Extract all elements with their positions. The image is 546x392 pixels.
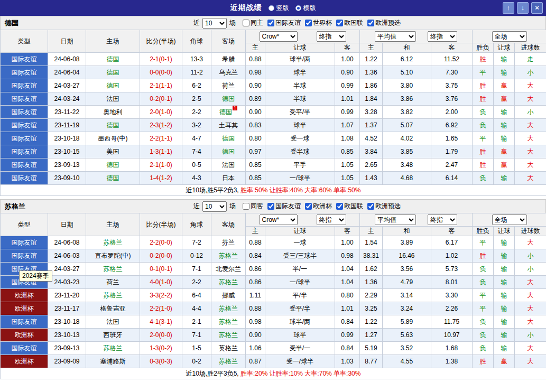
result-handicap: 输 xyxy=(494,172,515,185)
result-outcome: 胜 xyxy=(473,249,494,263)
match-count-select[interactable]: 10 xyxy=(202,18,227,29)
checkbox-input[interactable] xyxy=(367,20,374,26)
checkbox-label: 欧洲预选 xyxy=(375,18,401,27)
result-handicap: 赢 xyxy=(494,145,515,158)
home-team: 法国 xyxy=(86,315,140,329)
eu-odds-type-select[interactable]: 终指 xyxy=(428,31,457,42)
ah-away-odds: 1.08 xyxy=(335,132,360,145)
ah-away-odds: 0.99 xyxy=(335,79,360,92)
result-handicap: 输 xyxy=(494,106,515,119)
checkbox-label: 世界杯 xyxy=(313,18,332,27)
radio-horizontal-layout[interactable]: 横版 xyxy=(295,4,316,13)
match-type-cell: 欧洲杯 xyxy=(1,302,48,315)
checkbox-input[interactable] xyxy=(243,203,249,210)
checkbox-input[interactable] xyxy=(336,203,343,210)
section-team-name: 苏格兰 xyxy=(5,202,25,211)
eu-home-odds: 8.77 xyxy=(360,355,383,368)
ah-home-odds: 0.86 xyxy=(246,276,265,289)
match-type-cell: 国际友谊 xyxy=(1,79,48,92)
checkbox-input[interactable] xyxy=(305,20,312,26)
match-type-cell: 国际友谊 xyxy=(1,236,48,249)
filter-checkbox[interactable]: 同客 xyxy=(243,202,263,211)
ah-line: 一球 xyxy=(265,236,335,249)
corner-score: 4-3 xyxy=(182,172,211,185)
scroll-up-button[interactable]: ↑ xyxy=(503,2,514,14)
eu-home-odds: 5.19 xyxy=(360,342,383,355)
close-button[interactable]: × xyxy=(531,2,543,14)
away-team: 北爱尔兰 xyxy=(211,263,246,276)
period-select[interactable]: 全场 xyxy=(492,214,527,225)
match-date: 24-06-08 xyxy=(48,53,86,66)
radio-vertical-label: 竖版 xyxy=(276,4,289,13)
result-outcome: 胜 xyxy=(473,79,494,92)
checkbox-input[interactable] xyxy=(267,20,274,26)
filter-checkbox[interactable]: 同主 xyxy=(243,18,263,27)
result-outcome: 负 xyxy=(473,276,494,289)
matches-table: 类型 日期 主场 比分(半场) 角球 客场 Crow* 终指 平均值 终指 xyxy=(0,213,546,379)
match-type-cell: 欧洲杯 xyxy=(1,289,48,302)
ah-line: 半球 xyxy=(265,79,335,92)
result-handicap: 输 xyxy=(494,342,515,355)
eu-away-odds: 11.75 xyxy=(431,315,473,329)
filter-controls: 近 10 场 同主国际友谊世界杯欧国联欧洲预选 xyxy=(193,18,401,29)
filter-checkbox[interactable]: 欧国联 xyxy=(336,18,363,27)
eu-odds-source-select[interactable]: 平均值 xyxy=(375,31,416,42)
eu-draw-odds: 3.86 xyxy=(383,92,431,106)
result-handicap: 输 xyxy=(494,302,515,315)
away-team: 苏格兰 xyxy=(211,355,246,368)
ah-home-odds: 0.90 xyxy=(246,106,265,119)
ah-line: 球半/两 xyxy=(265,53,335,66)
filter-checkbox-group: 同主国际友谊世界杯欧国联欧洲预选 xyxy=(238,18,401,27)
eu-draw-odds: 3.56 xyxy=(383,263,431,276)
match-count-select[interactable]: 10 xyxy=(202,201,227,212)
match-date: 24-03-27 xyxy=(48,79,86,92)
result-goals: 小 xyxy=(515,66,546,79)
ah-line: 受三/三球半 xyxy=(265,249,335,263)
filter-checkbox[interactable]: 欧洲预选 xyxy=(367,18,401,27)
filter-checkbox[interactable]: 国际友谊 xyxy=(267,202,301,211)
match-score: 0-1(0-1) xyxy=(140,263,182,276)
match-score: 0-3(0-3) xyxy=(140,355,182,368)
result-outcome: 平 xyxy=(473,132,494,145)
result-goals: 小 xyxy=(515,249,546,263)
result-goals: 大 xyxy=(515,276,546,289)
eu-away-odds: 10.97 xyxy=(431,329,473,342)
match-row: 国际友谊23-10-18法国4-1(3-1)2-1苏格兰0.98球半/两0.84… xyxy=(1,315,546,329)
match-score: 4-1(3-1) xyxy=(140,315,182,329)
ah-home-odds: 0.98 xyxy=(246,66,265,79)
eu-home-odds: 1.36 xyxy=(360,276,383,289)
away-team: 德国 xyxy=(211,132,246,145)
home-team: 直布罗陀(中) xyxy=(86,249,140,263)
filter-checkbox[interactable]: 国际友谊 xyxy=(267,18,301,27)
ah-odds-type-select[interactable]: 终指 xyxy=(317,214,346,225)
filter-checkbox[interactable]: 欧洲预选 xyxy=(367,202,401,211)
ah-odds-type-select[interactable]: 终指 xyxy=(317,31,346,42)
checkbox-input[interactable] xyxy=(367,203,374,210)
match-score: 2-1(1-0) xyxy=(140,158,182,172)
away-team: 苏格兰 xyxy=(211,249,246,263)
result-outcome: 负 xyxy=(473,106,494,119)
radio-vertical-layout[interactable]: 竖版 xyxy=(269,4,289,13)
filter-checkbox[interactable]: 欧国联 xyxy=(336,202,363,211)
season-tooltip: 2024赛季 xyxy=(19,270,52,282)
eu-odds-source-select[interactable]: 平均值 xyxy=(375,214,416,225)
summary-stats: 胜率:20% 让胜率:10% 大率:70% 单率:30% xyxy=(240,370,360,377)
filter-checkbox[interactable]: 世界杯 xyxy=(305,18,332,27)
filter-checkbox[interactable]: 欧洲杯 xyxy=(305,202,332,211)
match-date: 24-06-04 xyxy=(48,66,86,79)
checkbox-input[interactable] xyxy=(267,203,274,210)
eu-home-odds: 3.25 xyxy=(360,302,383,315)
bookmaker-select[interactable]: Crow* xyxy=(260,31,298,42)
checkbox-input[interactable] xyxy=(243,20,249,26)
eu-odds-type-select[interactable]: 终指 xyxy=(428,214,457,225)
bookmaker-select[interactable]: Crow* xyxy=(260,214,298,225)
away-team: 法国 xyxy=(211,158,246,172)
col-header-score: 比分(半场) xyxy=(140,30,182,53)
match-date: 23-11-19 xyxy=(48,119,86,132)
checkbox-input[interactable] xyxy=(305,203,312,210)
near-label: 近 xyxy=(193,202,200,211)
scroll-down-button[interactable]: ↓ xyxy=(517,2,529,14)
ah-line: 受半球 xyxy=(265,145,335,158)
period-select[interactable]: 全场 xyxy=(492,31,527,42)
checkbox-input[interactable] xyxy=(336,20,343,26)
